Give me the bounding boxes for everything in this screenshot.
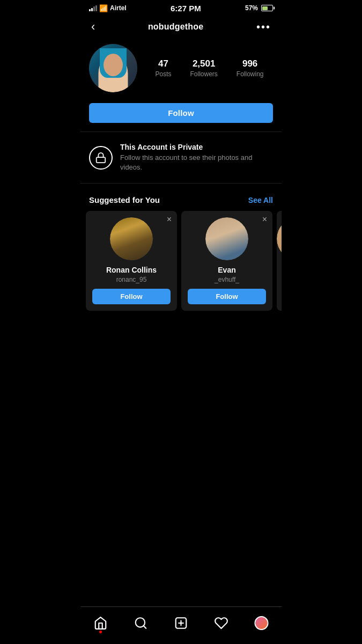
private-title: This Account is Private	[120, 143, 273, 151]
followers-label: Followers	[190, 70, 217, 78]
suggested-cards-container: × Ronan Collins ronanc_95 Follow × Evan …	[80, 211, 282, 311]
private-account-notice: This Account is Private Follow this acco…	[80, 131, 282, 184]
followers-stat[interactable]: 2,501 Followers	[190, 58, 217, 78]
battery-icon	[261, 5, 273, 11]
card-username-1: ronanc_95	[116, 276, 147, 283]
card-avatar-2	[205, 217, 248, 260]
lock-icon	[89, 146, 113, 170]
back-button[interactable]: ‹	[89, 18, 97, 36]
followers-count: 2,501	[190, 58, 217, 69]
following-stat[interactable]: 996 Following	[237, 58, 264, 78]
battery-percent: 57%	[245, 4, 258, 12]
carrier-label: Airtel	[110, 4, 127, 12]
follow-button[interactable]: Follow	[89, 103, 273, 123]
profile-stats: 47 Posts 2,501 Followers 996 Following	[146, 58, 273, 78]
profile-username-title: nobudgethoe	[148, 22, 204, 32]
close-card-1[interactable]: ×	[167, 215, 172, 224]
suggested-title: Suggested for You	[89, 195, 160, 204]
status-bar: 📶 Airtel 6:27 PM 57%	[80, 0, 282, 15]
profile-section: 47 Posts 2,501 Followers 996 Following	[80, 39, 282, 101]
suggested-header: Suggested for You See All	[80, 190, 282, 211]
card-follow-button-2[interactable]: Follow	[188, 289, 266, 304]
more-button[interactable]: •••	[254, 19, 273, 35]
card-avatar-3	[277, 217, 282, 260]
posts-count: 47	[155, 58, 171, 69]
avatar	[89, 44, 137, 92]
status-right: 57%	[245, 4, 273, 12]
card-name-1: Ronan Collins	[106, 266, 157, 274]
following-label: Following	[237, 70, 264, 78]
posts-label: Posts	[155, 70, 171, 78]
private-text: This Account is Private Follow this acco…	[120, 143, 273, 172]
nav-bar: ‹ nobudgethoe •••	[80, 15, 282, 39]
follow-button-container: Follow	[80, 101, 282, 131]
status-left: 📶 Airtel	[89, 4, 127, 12]
private-subtitle: Follow this account to see their photos …	[120, 153, 273, 172]
following-count: 996	[237, 58, 264, 69]
card-avatar-1	[110, 217, 153, 260]
close-card-2[interactable]: ×	[262, 215, 267, 224]
see-all-link[interactable]: See All	[248, 196, 273, 204]
card-name-2: Evan	[218, 266, 235, 274]
wifi-icon: 📶	[99, 4, 108, 12]
posts-stat[interactable]: 47 Posts	[155, 58, 171, 78]
signal-icon	[89, 5, 97, 11]
svg-rect-0	[97, 157, 106, 163]
suggested-card-1: × Ronan Collins ronanc_95 Follow	[86, 211, 177, 311]
suggested-section: Suggested for You See All × Ronan Collin…	[80, 190, 282, 315]
time-label: 6:27 PM	[171, 4, 201, 13]
suggested-card-3: Charles	[277, 211, 282, 311]
card-follow-button-1[interactable]: Follow	[92, 289, 171, 304]
suggested-card-2: × Evan _evhuff_ Follow	[181, 211, 272, 311]
card-username-2: _evhuff_	[215, 276, 239, 283]
